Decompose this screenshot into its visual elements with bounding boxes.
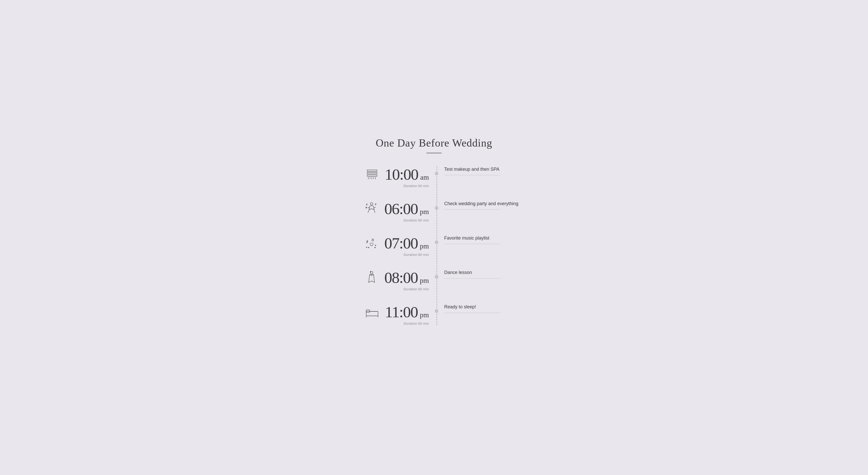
svg-line-10 xyxy=(374,210,375,213)
svg-text:♫: ♫ xyxy=(366,206,367,209)
dance-icon xyxy=(364,269,380,286)
svg-rect-2 xyxy=(367,175,377,176)
sleep-icon xyxy=(364,304,380,320)
timeline: 10:00 am Duration 60 min Test makeup and… xyxy=(337,166,531,325)
svg-rect-25 xyxy=(366,310,370,313)
wedding-party-icon: ♪ ♪ ♫ xyxy=(364,201,380,217)
svg-text:♪: ♪ xyxy=(366,203,368,206)
music-icon: ♪ ♫ xyxy=(364,235,380,251)
timeline-dot xyxy=(435,241,438,244)
event-divider xyxy=(444,313,500,313)
event-left-side: ♪ ♫ xyxy=(337,235,437,257)
event-left-side: 11:00 pm Duration 60 min xyxy=(337,304,437,325)
title-section: One Day Before Wedding xyxy=(337,137,531,153)
timeline-dot xyxy=(435,275,438,278)
svg-rect-1 xyxy=(367,172,377,174)
timeline-item: ♪ ♫ xyxy=(337,235,531,257)
duration-label: Duration 60 min xyxy=(404,322,429,325)
timeline-dot xyxy=(435,172,438,175)
duration-label: Duration 60 min xyxy=(404,184,429,188)
time-number: 07:00 xyxy=(384,235,418,251)
timeline-item: 08:00 pm Duration 60 min Dance lesson xyxy=(337,269,531,291)
event-right-side: Dance lesson xyxy=(437,269,531,278)
page-title: One Day Before Wedding xyxy=(337,137,531,149)
event-right-side: Ready to sleep! xyxy=(437,304,531,313)
time-display: 06:00 pm xyxy=(384,201,429,217)
time-period: pm xyxy=(420,242,429,250)
time-period: am xyxy=(420,173,429,181)
time-number: 08:00 xyxy=(384,270,418,286)
event-right-side: Favorite music playlist xyxy=(437,235,531,244)
icon-time-row: 08:00 pm xyxy=(364,269,429,286)
svg-point-23 xyxy=(370,271,371,272)
time-display: 07:00 pm xyxy=(384,235,429,251)
duration-label: Duration 60 min xyxy=(404,287,429,291)
svg-text:♪: ♪ xyxy=(366,238,369,244)
svg-rect-0 xyxy=(367,170,377,172)
event-divider xyxy=(444,209,500,210)
timeline-dot xyxy=(435,206,438,210)
time-display: 11:00 pm xyxy=(385,304,429,320)
timeline-dot xyxy=(435,309,438,313)
svg-text:♫: ♫ xyxy=(371,237,374,242)
event-left-side: 08:00 pm Duration 60 min xyxy=(337,269,437,291)
svg-point-21 xyxy=(375,247,375,248)
event-title: Ready to sleep! xyxy=(444,304,531,310)
time-number: 06:00 xyxy=(384,201,418,217)
event-right-side: Check wedding party and everything xyxy=(437,201,531,210)
svg-line-9 xyxy=(368,210,369,213)
time-period: pm xyxy=(420,208,429,216)
svg-point-8 xyxy=(370,203,373,205)
event-divider xyxy=(444,278,500,278)
event-left-side: ♪ ♪ ♫ 06:00 pm Duration 60 min xyxy=(337,201,437,222)
page-container: One Day Before Wedding xyxy=(337,124,531,351)
timeline-item: ♪ ♪ ♫ 06:00 pm Duration 60 min Check wed… xyxy=(337,201,531,222)
time-number: 11:00 xyxy=(385,304,418,320)
time-display: 08:00 pm xyxy=(384,270,429,286)
event-left-side: 10:00 am Duration 60 min xyxy=(337,166,437,188)
title-divider xyxy=(426,153,442,153)
duration-label: Duration 60 min xyxy=(404,253,429,257)
svg-text:♪: ♪ xyxy=(375,203,376,205)
icon-time-row: 10:00 am xyxy=(364,166,429,182)
event-right-side: Test makeup and then SPA xyxy=(437,166,531,175)
makeup-icon xyxy=(364,166,380,182)
timeline-item: 11:00 pm Duration 60 min Ready to sleep! xyxy=(337,304,531,325)
event-title: Check wedding party and everything xyxy=(444,201,531,207)
event-title: Dance lesson xyxy=(444,269,531,276)
time-number: 10:00 xyxy=(385,167,418,182)
event-title: Favorite music playlist xyxy=(444,235,531,241)
time-period: pm xyxy=(420,311,429,319)
duration-label: Duration 60 min xyxy=(404,218,429,222)
event-title: Test makeup and then SPA xyxy=(444,166,531,173)
timeline-item: 10:00 am Duration 60 min Test makeup and… xyxy=(337,166,531,188)
event-divider xyxy=(444,244,500,244)
svg-point-20 xyxy=(368,247,369,248)
time-display: 10:00 am xyxy=(385,167,429,182)
icon-time-row: ♪ ♫ xyxy=(364,235,429,251)
time-period: pm xyxy=(420,276,429,285)
event-divider xyxy=(444,175,500,175)
icon-time-row: 11:00 pm xyxy=(364,304,429,320)
svg-rect-24 xyxy=(366,311,378,316)
icon-time-row: ♪ ♪ ♫ 06:00 pm xyxy=(364,201,429,217)
